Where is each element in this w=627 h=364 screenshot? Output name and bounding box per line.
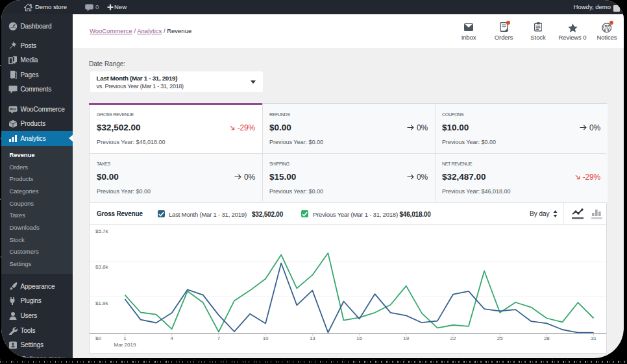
- svg-text:$0: $0: [95, 335, 101, 341]
- svg-text:Woo: Woo: [10, 108, 16, 111]
- svg-text:13: 13: [310, 335, 315, 341]
- svg-text:22: 22: [450, 335, 456, 341]
- svg-text:1: 1: [123, 335, 127, 341]
- svg-text:$3.8k: $3.8k: [95, 264, 109, 270]
- svg-text:31: 31: [591, 335, 596, 341]
- svg-text:10: 10: [263, 335, 269, 341]
- svg-text:25: 25: [497, 335, 503, 341]
- svg-text:7: 7: [217, 335, 221, 341]
- svg-text:4: 4: [170, 335, 173, 341]
- svg-text:28: 28: [544, 335, 550, 341]
- svg-text:$5.7k: $5.7k: [95, 228, 109, 234]
- svg-text:19: 19: [403, 335, 409, 341]
- svg-text:$1.9k: $1.9k: [95, 300, 109, 306]
- svg-text:Mar 2019: Mar 2019: [114, 342, 136, 348]
- svg-text:16: 16: [356, 335, 362, 341]
